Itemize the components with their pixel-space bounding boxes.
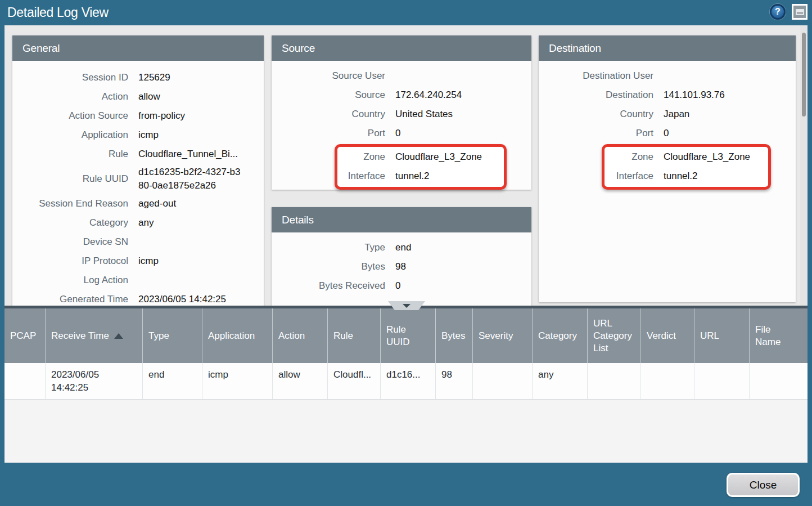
- destination-zone-highlight-box: ZoneCloudflare_L3_Zone Interfacetunnel.2: [602, 144, 771, 190]
- table-row[interactable]: 2023/06/05 14:42:25 end icmp allow Cloud…: [4, 363, 808, 400]
- field-value: aged-out: [138, 194, 264, 213]
- general-row: IP Protocolicmp: [12, 252, 264, 271]
- cell-url: [694, 363, 750, 399]
- field-value: Japan: [664, 105, 796, 124]
- details-row: Bytes Received0: [272, 276, 531, 295]
- field-label: Action Source: [12, 106, 128, 126]
- destination-row: Interfacetunnel.2: [605, 167, 768, 186]
- field-value: Cloudflare_Tunnel_Bi...: [138, 145, 264, 164]
- destination-row: CountryJapan: [539, 105, 796, 124]
- column-header-rule[interactable]: Rule: [328, 308, 381, 363]
- field-label: Country: [539, 105, 653, 124]
- vertical-scrollbar: [800, 25, 807, 306]
- cell-action: allow: [273, 363, 328, 399]
- details-row: Typeend: [272, 238, 531, 257]
- close-button[interactable]: Close: [727, 473, 800, 497]
- field-value: icmp: [138, 126, 264, 145]
- field-label: Port: [539, 124, 653, 143]
- general-row: Action Sourcefrom-policy: [12, 106, 264, 126]
- field-value: Cloudflare_L3_Zone: [664, 147, 768, 167]
- field-value: end: [395, 238, 531, 257]
- source-row: Port0: [272, 124, 531, 143]
- scrollbar-thumb[interactable]: [802, 33, 806, 117]
- sort-ascending-icon: [114, 333, 123, 339]
- field-value: icmp: [138, 252, 264, 271]
- field-label: Interface: [337, 167, 385, 186]
- general-panel-header: General: [12, 35, 264, 61]
- cell-receive-time: 2023/06/05 14:42:25: [46, 363, 143, 399]
- column-header-type[interactable]: Type: [143, 308, 202, 363]
- cell-rule: Cloudfl...: [328, 363, 381, 399]
- source-panel: Source Source User Source172.64.240.254 …: [272, 35, 531, 190]
- cell-category: any: [533, 363, 588, 399]
- field-label: IP Protocol: [12, 252, 128, 271]
- help-glyph: ?: [775, 7, 781, 17]
- cell-file-name: [750, 363, 808, 399]
- general-row: Device SN: [12, 232, 264, 252]
- column-header-url[interactable]: URL: [694, 308, 750, 363]
- field-label: Application: [12, 126, 128, 145]
- field-value: [664, 66, 796, 86]
- source-row: Source User: [272, 66, 531, 86]
- details-panel: Details Typeend Bytes98 Bytes Received0: [272, 207, 531, 306]
- cell-type: end: [143, 363, 202, 399]
- general-row: Session ID125629: [12, 68, 264, 87]
- field-label: Port: [272, 124, 385, 143]
- field-label: Rule UUID: [12, 172, 128, 186]
- details-row: Bytes98: [272, 257, 531, 276]
- field-label: Bytes: [272, 257, 385, 276]
- column-header-verdict[interactable]: Verdict: [641, 308, 694, 363]
- field-value: any: [138, 213, 264, 232]
- cell-application: icmp: [202, 363, 273, 399]
- field-value: 0: [664, 124, 796, 143]
- cell-severity: [473, 363, 533, 399]
- field-value: 2023/06/05 14:42:25: [138, 290, 264, 306]
- destination-row: Port0: [539, 124, 796, 143]
- cell-verdict: [641, 363, 694, 399]
- destination-row: Destination141.101.93.76: [539, 86, 796, 105]
- field-value: United States: [395, 105, 531, 124]
- column-header-bytes[interactable]: Bytes: [436, 308, 473, 363]
- destination-panel: Destination Destination User Destination…: [539, 35, 796, 302]
- field-value: Cloudflare_L3_Zone: [395, 147, 504, 167]
- source-row: CountryUnited States: [272, 105, 531, 124]
- field-label: Type: [272, 238, 385, 257]
- window-restore-icon[interactable]: [792, 4, 808, 20]
- chevron-down-icon: [403, 304, 410, 308]
- column-header-severity[interactable]: Severity: [473, 308, 533, 363]
- column-header-url-category-list[interactable]: URL Category List: [588, 308, 641, 363]
- field-value: 141.101.93.76: [664, 86, 796, 105]
- field-label: Country: [272, 105, 385, 124]
- table-header-row: PCAP Receive Time Type Application Actio…: [4, 308, 808, 363]
- field-value: d1c16235-b2f2-4327-b380-0ae1875e2a26: [138, 165, 241, 192]
- window-glyph: [796, 9, 804, 15]
- field-value: allow: [138, 87, 264, 106]
- field-label: Generated Time: [12, 290, 128, 306]
- field-label: Device SN: [12, 232, 128, 252]
- cell-bytes: 98: [436, 363, 473, 399]
- cell-url-category-list: [588, 363, 641, 399]
- field-value: 0: [395, 276, 531, 295]
- field-value: 125629: [138, 68, 264, 87]
- help-icon[interactable]: ?: [770, 4, 786, 20]
- field-value: tunnel.2: [664, 167, 768, 186]
- column-header-pcap[interactable]: PCAP: [4, 308, 46, 363]
- field-value: 172.64.240.254: [395, 86, 531, 105]
- log-detail-area: General Session ID125629 Actionallow Act…: [4, 25, 808, 306]
- destination-row: ZoneCloudflare_L3_Zone: [605, 147, 768, 167]
- column-header-receive-time[interactable]: Receive Time: [46, 308, 143, 363]
- field-label: Destination User: [539, 66, 653, 86]
- general-row: Generated Time2023/06/05 14:42:25: [12, 290, 264, 306]
- dialog-titlebar: Detailed Log View ?: [0, 0, 812, 25]
- field-label: Bytes Received: [272, 276, 385, 295]
- general-row: RuleCloudflare_Tunnel_Bi...: [12, 145, 264, 164]
- general-row: Categoryany: [12, 213, 264, 232]
- field-label: Session End Reason: [12, 194, 128, 213]
- field-label: Action: [12, 87, 128, 106]
- column-header-category[interactable]: Category: [533, 308, 588, 363]
- column-header-application[interactable]: Application: [202, 308, 273, 363]
- general-row: Session End Reasonaged-out: [12, 194, 264, 213]
- column-header-action[interactable]: Action: [273, 308, 328, 363]
- column-header-file-name[interactable]: File Name: [750, 308, 808, 363]
- column-header-rule-uuid[interactable]: Rule UUID: [381, 308, 436, 363]
